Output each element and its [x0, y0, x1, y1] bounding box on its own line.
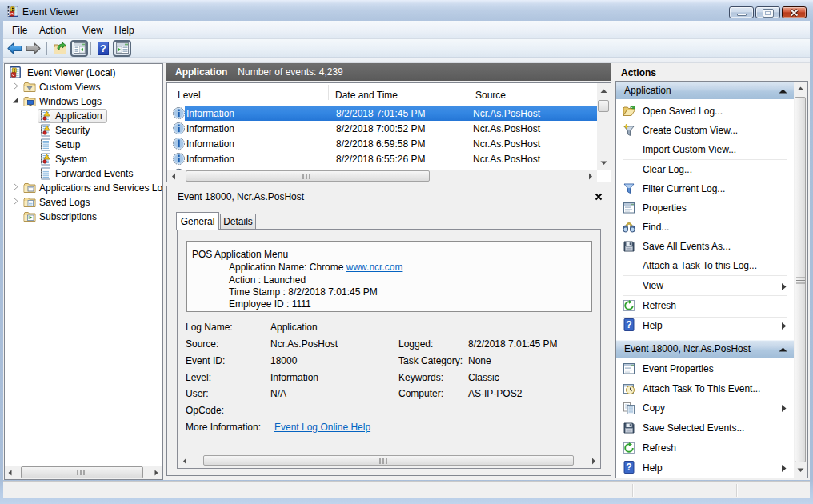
svg-text:?: ? [100, 42, 106, 54]
